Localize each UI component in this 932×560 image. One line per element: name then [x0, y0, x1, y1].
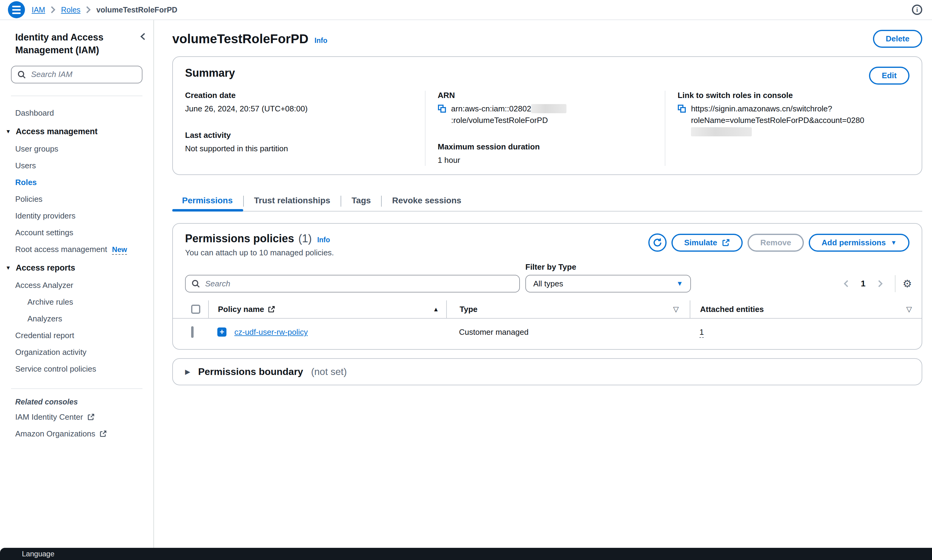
- language-selector[interactable]: Language: [22, 550, 54, 558]
- console-footer: Language: [0, 548, 932, 560]
- breadcrumb-iam[interactable]: IAM: [32, 6, 45, 14]
- attached-entities-filter-icon[interactable]: ▽: [906, 305, 912, 314]
- type-filter-select[interactable]: All types ▼: [525, 275, 691, 292]
- arn-value: arn:aws-cn:iam::02802:role/volumeTestRol…: [451, 103, 654, 126]
- search-icon: [17, 70, 26, 79]
- sidebar-item-credential-report[interactable]: Credential report: [0, 327, 154, 344]
- type-filter-value: All types: [533, 279, 563, 289]
- collapse-sidebar-icon[interactable]: [139, 32, 146, 57]
- max-session-label: Maximum session duration: [438, 142, 654, 152]
- refresh-button[interactable]: [648, 234, 667, 252]
- permissions-policies-card: Permissions policies (1) Info You can at…: [172, 223, 922, 350]
- item-label: IAM Identity Center: [15, 412, 83, 422]
- permissions-boundary-card[interactable]: ▶ Permissions boundary (not set): [172, 358, 922, 385]
- previous-page-button[interactable]: [839, 276, 854, 291]
- main-content: volumeTestRoleForPD Info Delete Summary …: [154, 20, 932, 548]
- sidebar-item-identity-providers[interactable]: Identity providers: [0, 208, 154, 224]
- external-link-icon: [722, 238, 730, 246]
- sidebar-item-archive-rules[interactable]: Archive rules: [0, 294, 154, 311]
- iam-sidebar: Identity and Access Management (IAM) Das…: [0, 20, 154, 548]
- boundary-value: (not set): [311, 366, 347, 377]
- sidebar-section-access-management[interactable]: ▼ Access management: [0, 122, 154, 141]
- creation-date-label: Creation date: [185, 91, 414, 100]
- switch-url-line1: https://signin.amazonaws.cn/switchrole?: [691, 103, 898, 115]
- sidebar-item-root-access-management[interactable]: Root access managementNew: [0, 241, 154, 258]
- expand-section-icon: ▶: [185, 368, 190, 376]
- breadcrumb-current: volumeTestRoleForPD: [96, 6, 177, 14]
- policies-info-link[interactable]: Info: [317, 236, 330, 244]
- policies-search-input[interactable]: [185, 275, 520, 292]
- policy-type-cell: Customer managed: [446, 328, 690, 337]
- preferences-gear-icon[interactable]: ⚙: [903, 278, 912, 289]
- sidebar-item-user-groups[interactable]: User groups: [0, 141, 154, 157]
- policies-count: (1): [298, 232, 312, 245]
- column-type: Type: [460, 305, 478, 314]
- edit-button[interactable]: Edit: [869, 67, 909, 85]
- add-permissions-button[interactable]: Add permissions ▼: [809, 234, 909, 252]
- sidebar-item-users[interactable]: Users: [0, 157, 154, 174]
- sidebar-divider: [11, 95, 143, 96]
- table-row: + cz-udf-user-rw-policy Customer managed…: [173, 318, 922, 345]
- top-navigation-bar: IAM Roles volumeTestRoleForPD i: [0, 0, 932, 20]
- max-session-value: 1 hour: [438, 155, 654, 166]
- sidebar-item-service-control-policies[interactable]: Service control policies: [0, 361, 154, 377]
- column-attached-entities: Attached entities: [700, 305, 764, 314]
- type-filter-icon[interactable]: ▽: [673, 305, 679, 314]
- menu-icon[interactable]: [8, 1, 25, 18]
- sidebar-item-organization-activity[interactable]: Organization activity: [0, 344, 154, 361]
- sidebar-title: Identity and Access Management (IAM): [15, 31, 124, 57]
- tab-revoke-sessions[interactable]: Revoke sessions: [382, 191, 472, 211]
- attached-entities-link[interactable]: 1: [700, 328, 704, 338]
- policy-name-link[interactable]: cz-udf-user-rw-policy: [234, 328, 308, 337]
- summary-heading: Summary: [185, 67, 235, 80]
- last-activity-value: Not supported in this partition: [185, 143, 414, 155]
- switch-role-link-label: Link to switch roles in console: [678, 91, 898, 100]
- section-caret-icon: ▼: [6, 265, 11, 271]
- sidebar-item-roles[interactable]: Roles: [0, 174, 154, 191]
- new-badge: New: [112, 245, 127, 255]
- column-policy-name: Policy name: [218, 305, 264, 314]
- sidebar-item-amazon-organizations[interactable]: Amazon Organizations: [0, 426, 154, 442]
- copy-icon[interactable]: [678, 105, 686, 113]
- breadcrumb-roles[interactable]: Roles: [61, 6, 80, 14]
- delete-button[interactable]: Delete: [873, 30, 922, 48]
- select-all-checkbox[interactable]: [191, 305, 200, 314]
- breadcrumb: IAM Roles volumeTestRoleForPD: [32, 6, 177, 14]
- sidebar-item-account-settings[interactable]: Account settings: [0, 224, 154, 241]
- row-checkbox[interactable]: [191, 326, 194, 338]
- sort-ascending-icon[interactable]: ▲: [433, 306, 439, 313]
- summary-card: Summary Edit Creation date June 26, 2024…: [172, 56, 922, 175]
- expand-row-icon[interactable]: +: [217, 328, 226, 337]
- next-page-button[interactable]: [873, 276, 887, 291]
- page-number[interactable]: 1: [855, 279, 872, 289]
- sidebar-item-analyzers[interactable]: Analyzers: [0, 311, 154, 327]
- external-link-icon: [268, 306, 275, 313]
- item-label: Root access management: [15, 245, 107, 254]
- simulate-label: Simulate: [684, 238, 717, 248]
- sidebar-item-dashboard[interactable]: Dashboard: [0, 105, 154, 122]
- title-info-link[interactable]: Info: [314, 37, 327, 45]
- section-label: Access management: [16, 127, 98, 136]
- tab-permissions[interactable]: Permissions: [172, 191, 243, 211]
- tab-tags[interactable]: Tags: [341, 191, 381, 211]
- sidebar-item-policies[interactable]: Policies: [0, 191, 154, 208]
- remove-button[interactable]: Remove: [747, 234, 804, 252]
- copy-icon[interactable]: [438, 105, 446, 113]
- page-title: volumeTestRoleForPD: [172, 32, 308, 46]
- switch-role-url: https://signin.amazonaws.cn/switchrole? …: [691, 103, 898, 138]
- search-icon: [191, 279, 200, 288]
- sidebar-search-input[interactable]: [11, 66, 143, 83]
- related-consoles-heading: Related consoles: [0, 389, 154, 409]
- info-icon[interactable]: i: [912, 5, 922, 15]
- tab-trust-relationships[interactable]: Trust relationships: [244, 191, 341, 211]
- simulate-button[interactable]: Simulate: [671, 234, 743, 252]
- sidebar-section-access-reports[interactable]: ▼ Access reports: [0, 258, 154, 277]
- detail-tabs: Permissions Trust relationships Tags Rev…: [172, 191, 922, 212]
- item-label: Amazon Organizations: [15, 429, 95, 438]
- policies-heading: Permissions policies: [185, 232, 294, 245]
- sidebar-item-access-analyzer[interactable]: Access Analyzer: [0, 277, 154, 294]
- caret-down-icon: ▼: [890, 239, 897, 246]
- sidebar-item-iam-identity-center[interactable]: IAM Identity Center: [0, 409, 154, 426]
- switch-url-line2: roleName=volumeTestRoleForPD&account=028…: [691, 115, 864, 125]
- policies-table: Policy name ▲ Type ▽ Attached entities ▽: [173, 300, 922, 345]
